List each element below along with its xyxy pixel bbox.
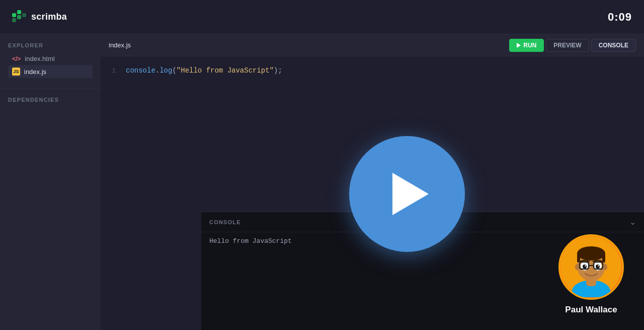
logo-area: scrimba xyxy=(12,10,67,24)
svg-rect-1 xyxy=(17,10,21,14)
chevron-down-icon[interactable]: ⌄ xyxy=(629,217,636,227)
console-button[interactable]: CONSOLE xyxy=(591,39,636,52)
code-paren-open: ( xyxy=(172,67,176,75)
console-toolbar-label: CONSOLE xyxy=(599,42,628,49)
code-content-1: console.log("Hello from JavaScript"); xyxy=(126,64,282,77)
line-number-1: 1 xyxy=(101,65,126,77)
editor-area: index.js RUN PREVIEW CONSOLE 1 console.l… xyxy=(101,34,644,330)
instructor-name: Paul Wallace xyxy=(565,305,617,315)
play-button[interactable] xyxy=(349,136,465,252)
toolbar-buttons: RUN PREVIEW CONSOLE xyxy=(509,39,636,52)
run-button[interactable]: RUN xyxy=(509,39,544,52)
svg-rect-2 xyxy=(12,18,16,22)
html-file-icon: </> xyxy=(12,55,21,62)
scrimba-logo-icon xyxy=(12,10,26,24)
dependencies-section: DEPENDENCIES xyxy=(0,88,101,107)
svg-point-17 xyxy=(583,265,587,269)
explorer-label: EXPLORER xyxy=(8,42,93,48)
avatar xyxy=(558,234,624,300)
sidebar-item-index-html[interactable]: </> index.html xyxy=(8,52,93,65)
timer-display: 0:09 xyxy=(608,11,632,24)
svg-rect-3 xyxy=(17,15,21,19)
preview-button[interactable]: PREVIEW xyxy=(546,39,589,52)
svg-rect-4 xyxy=(22,13,26,17)
code-string: "Hello from JavaScript" xyxy=(177,67,274,75)
svg-point-20 xyxy=(598,265,599,266)
top-header: scrimba 0:09 xyxy=(0,0,644,34)
logo-text: scrimba xyxy=(31,12,67,22)
dependencies-label: DEPENDENCIES xyxy=(8,97,93,103)
code-line-1: 1 console.log("Hello from JavaScript"); xyxy=(101,64,644,77)
play-triangle-icon xyxy=(392,173,429,215)
svg-point-18 xyxy=(596,265,600,269)
svg-point-19 xyxy=(585,265,586,266)
preview-label: PREVIEW xyxy=(553,42,581,49)
sidebar-item-index-js[interactable]: JS index.js xyxy=(8,65,93,78)
explorer-section: EXPLORER </> index.html JS index.js xyxy=(0,42,101,82)
run-label: RUN xyxy=(523,42,536,49)
js-filename: index.js xyxy=(24,68,46,76)
js-file-icon: JS xyxy=(12,68,20,76)
html-filename: index.html xyxy=(25,55,54,62)
svg-point-9 xyxy=(577,246,605,260)
avatar-illustration xyxy=(561,237,621,297)
svg-point-21 xyxy=(575,264,579,270)
sidebar: EXPLORER </> index.html JS index.js DEPE… xyxy=(0,34,101,330)
active-file-tab: index.js xyxy=(109,41,131,49)
run-play-icon xyxy=(517,43,521,48)
console-label: CONSOLE xyxy=(209,219,241,225)
editor-toolbar: index.js RUN PREVIEW CONSOLE xyxy=(101,34,644,56)
svg-rect-0 xyxy=(12,13,16,17)
main-layout: EXPLORER </> index.html JS index.js DEPE… xyxy=(0,34,644,330)
instructor-card: Paul Wallace xyxy=(558,234,624,315)
code-semicolon: ; xyxy=(278,67,282,75)
code-method: console.log xyxy=(126,67,172,75)
svg-point-22 xyxy=(603,264,607,270)
